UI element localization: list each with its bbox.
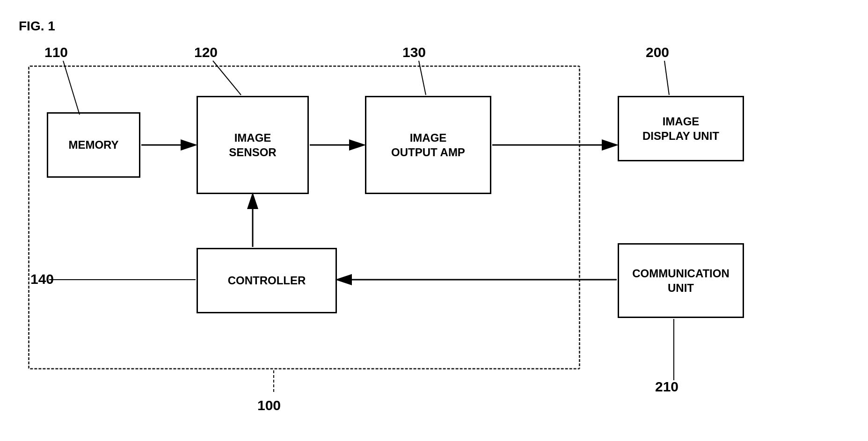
comm-unit-block: COMMUNICATIONUNIT [618, 243, 744, 318]
image-output-amp-block: IMAGEOUTPUT AMP [365, 96, 491, 194]
image-display-label: IMAGEDISPLAY UNIT [642, 114, 719, 143]
controller-label: CONTROLLER [228, 273, 306, 288]
ref-110: 110 [44, 44, 68, 60]
image-sensor-block: IMAGESENSOR [197, 96, 309, 194]
diagram-container: FIG. 1 110 120 130 200 140 100 210 MEMOR… [19, 19, 849, 426]
ref-130: 130 [402, 44, 426, 60]
ref-120: 120 [194, 44, 218, 60]
comm-unit-label: COMMUNICATIONUNIT [632, 266, 729, 295]
ref-100: 100 [257, 398, 281, 413]
image-display-block: IMAGEDISPLAY UNIT [618, 96, 744, 161]
ref-200: 200 [646, 44, 669, 60]
memory-block: MEMORY [47, 112, 140, 178]
controller-block: CONTROLLER [197, 248, 337, 313]
figure-label: FIG. 1 [19, 19, 55, 34]
svg-line-10 [664, 61, 669, 95]
image-sensor-label: IMAGESENSOR [229, 130, 276, 159]
image-output-amp-label: IMAGEOUTPUT AMP [391, 130, 465, 159]
ref-210: 210 [655, 379, 678, 395]
memory-label: MEMORY [68, 137, 118, 152]
